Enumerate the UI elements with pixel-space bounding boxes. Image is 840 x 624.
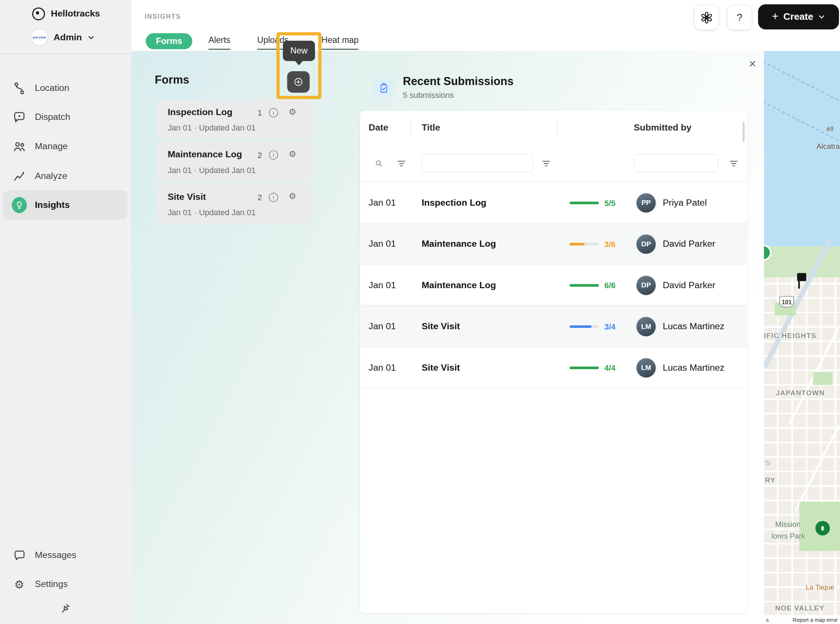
form-count: 1 <box>257 108 262 117</box>
pin-sidebar-button[interactable] <box>56 601 74 618</box>
sidebar-item-analyze[interactable]: Analyze <box>3 162 128 191</box>
table-row[interactable]: Jan 01 Maintenance Log 6/6 DP David Park… <box>360 264 747 306</box>
row-submitter: David Parker <box>663 280 716 290</box>
progress-bar <box>570 243 599 245</box>
progress-bar <box>570 284 599 286</box>
forms-panel-title: Forms <box>155 73 189 86</box>
lightbulb-icon <box>12 197 27 213</box>
sidebar-item-dispatch[interactable]: Dispatch <box>3 103 128 131</box>
row-date: Jan 01 <box>369 239 396 249</box>
form-card-site-visit[interactable]: Site Visit 2 i ⚙ Jan 01 · Updated Jan 01 <box>156 184 311 224</box>
row-title: Site Visit <box>421 321 459 332</box>
title-filter-input[interactable] <box>421 154 533 173</box>
form-name: Maintenance Log <box>168 149 242 160</box>
topbar: INSIGHTS Forms Alerts Uploads Heat map ?… <box>131 0 840 51</box>
circle-plus-icon <box>293 77 304 87</box>
row-title: Maintenance Log <box>421 239 496 249</box>
gear-icon[interactable]: ⚙ <box>289 149 296 159</box>
form-card-maintenance-log[interactable]: Maintenance Log 2 i ⚙ Jan 01 · Updated J… <box>156 142 311 181</box>
page-title: INSIGHTS <box>144 13 181 20</box>
column-divider <box>410 120 411 136</box>
close-icon[interactable]: × <box>749 58 756 70</box>
progress-bar <box>570 325 599 328</box>
create-button[interactable]: + Create <box>758 5 839 30</box>
chat-icon <box>12 548 27 562</box>
info-icon[interactable]: i <box>269 193 278 202</box>
tab-alerts[interactable]: Alerts <box>208 35 230 49</box>
dispatch-icon <box>12 110 27 124</box>
hellotracks-logo-icon <box>32 7 45 20</box>
sidebar-item-manage[interactable]: Manage <box>3 132 128 161</box>
form-meta: Jan 01 · Updated Jan 01 <box>168 208 256 217</box>
users-icon <box>12 140 27 154</box>
form-name: Inspection Log <box>168 107 232 118</box>
info-icon[interactable]: i <box>269 150 278 159</box>
new-form-button[interactable] <box>287 71 309 93</box>
form-meta: Jan 01 · Updated Jan 01 <box>168 165 256 175</box>
account-switcher[interactable]: BAYVIEW Admin <box>31 28 94 46</box>
brand-name: Hellotracks <box>51 8 100 19</box>
row-title: Inspection Log <box>421 197 486 208</box>
map-attribution-bar: s Report a map error <box>764 615 840 624</box>
sidebar-item-label: Settings <box>35 579 68 590</box>
row-date: Jan 01 <box>369 321 396 332</box>
column-header-title: Title <box>421 122 440 133</box>
info-icon[interactable]: i <box>269 108 278 117</box>
gear-icon[interactable]: ⚙ <box>289 107 296 117</box>
form-card-inspection-log[interactable]: Inspection Log 1 i ⚙ Jan 01 · Updated Ja… <box>156 100 311 139</box>
tab-heat-map[interactable]: Heat map <box>321 35 358 49</box>
sidebar-item-insights[interactable]: Insights <box>3 191 128 219</box>
avatar: DP <box>636 275 656 295</box>
ai-assistant-button[interactable] <box>694 5 719 30</box>
map[interactable]: Alcatra 101 IFIC HEIGHTS JAPANTOWN St RY… <box>764 51 840 624</box>
table-row[interactable]: Jan 01 Maintenance Log 3/6 DP David Park… <box>360 223 747 265</box>
map-label-la-taqueria: La Taque <box>806 583 834 591</box>
chevron-down-icon <box>87 33 94 41</box>
map-label-pacific-heights: IFIC HEIGHTS <box>764 331 817 340</box>
sidebar-item-settings[interactable]: ⚙ Settings <box>3 570 128 599</box>
map-report-error-link[interactable]: Report a map error <box>793 617 838 622</box>
pushpin-icon <box>58 603 71 616</box>
brand: Hellotracks <box>32 7 100 20</box>
route-101-shield: 101 <box>780 296 794 307</box>
gear-icon: ⚙ <box>12 579 27 590</box>
map-label-district: RY <box>765 476 776 484</box>
row-submitter: Priya Patel <box>663 197 707 208</box>
account-name: Admin <box>54 32 82 43</box>
landmark-icon <box>826 125 834 131</box>
help-button[interactable]: ? <box>727 5 752 30</box>
sidebar-item-location[interactable]: Location <box>3 74 128 103</box>
progress-label: 5/5 <box>604 198 615 207</box>
progress-label: 4/4 <box>604 363 615 372</box>
map-marker-flag[interactable] <box>797 273 806 289</box>
progress-label: 3/4 <box>604 322 615 331</box>
map-park <box>813 372 833 385</box>
avatar: LM <box>636 358 656 377</box>
progress-bar <box>570 201 599 204</box>
scrollbar-thumb[interactable] <box>743 122 745 142</box>
filter-icon-title[interactable] <box>537 154 555 173</box>
submitted-by-filter-input[interactable] <box>634 154 719 173</box>
gear-icon[interactable]: ⚙ <box>289 191 296 201</box>
tab-forms[interactable]: Forms <box>145 33 192 49</box>
avatar: PP <box>636 193 656 213</box>
map-shore-park <box>764 246 840 278</box>
progress-bar <box>570 366 599 369</box>
submissions-title: Recent Submissions <box>403 75 514 88</box>
search-icon[interactable] <box>370 154 388 173</box>
map-label-mission-dolores-1: Mission <box>775 520 800 528</box>
table-row[interactable]: Jan 01 Site Visit 4/4 LM Lucas Martinez <box>360 346 747 389</box>
filter-icon-date[interactable] <box>392 154 410 173</box>
new-tooltip: New <box>283 41 315 61</box>
sidebar-item-messages[interactable]: Messages <box>3 541 128 570</box>
plus-icon: + <box>772 11 778 22</box>
row-date: Jan 01 <box>369 197 396 208</box>
map-terms-fragment: s <box>766 617 769 622</box>
table-row[interactable]: Jan 01 Inspection Log 5/5 PP Priya Patel <box>360 181 747 223</box>
sidebar-divider <box>0 54 131 54</box>
filter-icon-submitted-by[interactable] <box>724 154 743 173</box>
table-row[interactable]: Jan 01 Site Visit 3/4 LM Lucas Martinez <box>360 305 747 347</box>
chart-icon <box>12 169 27 183</box>
chevron-down-icon <box>818 14 825 20</box>
column-header-date: Date <box>369 122 388 133</box>
